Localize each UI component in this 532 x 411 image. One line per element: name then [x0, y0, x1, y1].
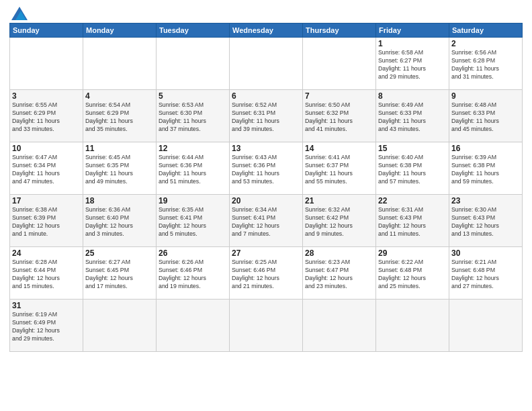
day-info: Sunrise: 6:55 AM Sunset: 6:29 PM Dayligh…: [12, 101, 81, 134]
weekday-header-wednesday: Wednesday: [230, 24, 303, 38]
day-cell: 22Sunrise: 6:31 AM Sunset: 6:43 PM Dayli…: [376, 195, 449, 247]
day-number: 9: [451, 91, 520, 101]
day-cell: 30Sunrise: 6:21 AM Sunset: 6:48 PM Dayli…: [449, 247, 523, 300]
week-row-2: 3Sunrise: 6:55 AM Sunset: 6:29 PM Daylig…: [10, 90, 523, 142]
day-cell: 19Sunrise: 6:35 AM Sunset: 6:41 PM Dayli…: [157, 195, 230, 247]
day-number: 26: [159, 248, 227, 258]
day-info: Sunrise: 6:56 AM Sunset: 6:28 PM Dayligh…: [451, 49, 520, 81]
day-number: 13: [232, 144, 300, 153]
day-number: 1: [378, 39, 447, 48]
day-info: Sunrise: 6:19 AM Sunset: 6:49 PM Dayligh…: [12, 311, 81, 343]
day-cell: 25Sunrise: 6:27 AM Sunset: 6:45 PM Dayli…: [83, 247, 157, 300]
day-number: 4: [85, 91, 154, 101]
day-number: 14: [305, 144, 373, 153]
day-number: 3: [12, 91, 81, 101]
day-info: Sunrise: 6:49 AM Sunset: 6:33 PM Dayligh…: [378, 101, 447, 134]
weekday-header-saturday: Saturday: [449, 24, 523, 38]
day-cell: 14Sunrise: 6:41 AM Sunset: 6:37 PM Dayli…: [303, 142, 376, 195]
day-cell: [303, 300, 376, 352]
day-info: Sunrise: 6:30 AM Sunset: 6:43 PM Dayligh…: [451, 206, 520, 238]
day-cell: 10Sunrise: 6:47 AM Sunset: 6:34 PM Dayli…: [10, 142, 83, 195]
day-number: 12: [159, 144, 227, 153]
day-cell: 28Sunrise: 6:23 AM Sunset: 6:47 PM Dayli…: [303, 247, 376, 300]
day-info: Sunrise: 6:52 AM Sunset: 6:31 PM Dayligh…: [232, 101, 300, 134]
day-info: Sunrise: 6:48 AM Sunset: 6:33 PM Dayligh…: [451, 101, 520, 134]
day-number: 17: [12, 196, 81, 205]
day-cell: 4Sunrise: 6:54 AM Sunset: 6:29 PM Daylig…: [83, 90, 157, 142]
day-number: 20: [232, 196, 300, 205]
logo-area: [9, 7, 28, 20]
day-info: Sunrise: 6:22 AM Sunset: 6:48 PM Dayligh…: [378, 259, 447, 291]
day-number: 27: [232, 248, 300, 258]
day-cell: 31Sunrise: 6:19 AM Sunset: 6:49 PM Dayli…: [10, 300, 83, 352]
day-number: 28: [305, 248, 373, 258]
day-cell: [83, 300, 157, 352]
page: SundayMondayTuesdayWednesdayThursdayFrid…: [0, 0, 532, 411]
day-number: 6: [232, 91, 300, 101]
day-cell: 27Sunrise: 6:25 AM Sunset: 6:46 PM Dayli…: [230, 247, 303, 300]
week-row-4: 17Sunrise: 6:38 AM Sunset: 6:39 PM Dayli…: [10, 195, 523, 247]
day-cell: 18Sunrise: 6:36 AM Sunset: 6:40 PM Dayli…: [83, 195, 157, 247]
day-info: Sunrise: 6:23 AM Sunset: 6:47 PM Dayligh…: [305, 259, 373, 291]
day-number: 5: [159, 91, 227, 101]
day-number: 24: [12, 248, 81, 258]
day-cell: [157, 38, 230, 90]
day-info: Sunrise: 6:43 AM Sunset: 6:36 PM Dayligh…: [232, 154, 300, 186]
logo-icon: [11, 7, 28, 20]
day-cell: 12Sunrise: 6:44 AM Sunset: 6:36 PM Dayli…: [157, 142, 230, 195]
day-cell: 11Sunrise: 6:45 AM Sunset: 6:35 PM Dayli…: [83, 142, 157, 195]
day-cell: [157, 300, 230, 352]
week-row-6: 31Sunrise: 6:19 AM Sunset: 6:49 PM Dayli…: [10, 300, 523, 352]
day-cell: 8Sunrise: 6:49 AM Sunset: 6:33 PM Daylig…: [376, 90, 449, 142]
day-info: Sunrise: 6:34 AM Sunset: 6:41 PM Dayligh…: [232, 206, 300, 238]
day-cell: 17Sunrise: 6:38 AM Sunset: 6:39 PM Dayli…: [10, 195, 83, 247]
day-number: 21: [305, 196, 373, 205]
day-cell: 23Sunrise: 6:30 AM Sunset: 6:43 PM Dayli…: [449, 195, 523, 247]
day-cell: 16Sunrise: 6:39 AM Sunset: 6:38 PM Dayli…: [449, 142, 523, 195]
day-number: 25: [85, 248, 154, 258]
day-number: 7: [305, 91, 373, 101]
day-info: Sunrise: 6:58 AM Sunset: 6:27 PM Dayligh…: [378, 49, 447, 81]
day-cell: [10, 38, 83, 90]
day-info: Sunrise: 6:44 AM Sunset: 6:36 PM Dayligh…: [159, 154, 227, 186]
day-info: Sunrise: 6:26 AM Sunset: 6:46 PM Dayligh…: [159, 259, 227, 291]
calendar-table: SundayMondayTuesdayWednesdayThursdayFrid…: [9, 23, 523, 352]
day-cell: 15Sunrise: 6:40 AM Sunset: 6:38 PM Dayli…: [376, 142, 449, 195]
day-info: Sunrise: 6:54 AM Sunset: 6:29 PM Dayligh…: [85, 101, 154, 134]
day-number: 30: [451, 248, 520, 258]
day-number: 31: [12, 301, 81, 310]
day-info: Sunrise: 6:36 AM Sunset: 6:40 PM Dayligh…: [85, 206, 154, 238]
day-number: 11: [85, 144, 154, 153]
weekday-header-row: SundayMondayTuesdayWednesdayThursdayFrid…: [10, 24, 523, 38]
weekday-header-thursday: Thursday: [303, 24, 376, 38]
day-cell: 3Sunrise: 6:55 AM Sunset: 6:29 PM Daylig…: [10, 90, 83, 142]
day-number: 2: [451, 39, 520, 48]
day-cell: 6Sunrise: 6:52 AM Sunset: 6:31 PM Daylig…: [230, 90, 303, 142]
day-cell: 7Sunrise: 6:50 AM Sunset: 6:32 PM Daylig…: [303, 90, 376, 142]
day-info: Sunrise: 6:39 AM Sunset: 6:38 PM Dayligh…: [451, 154, 520, 186]
day-cell: 9Sunrise: 6:48 AM Sunset: 6:33 PM Daylig…: [449, 90, 523, 142]
day-cell: [83, 38, 157, 90]
weekday-header-friday: Friday: [376, 24, 449, 38]
day-info: Sunrise: 6:21 AM Sunset: 6:48 PM Dayligh…: [451, 259, 520, 291]
header: [9, 7, 523, 20]
day-info: Sunrise: 6:38 AM Sunset: 6:39 PM Dayligh…: [12, 206, 81, 238]
day-info: Sunrise: 6:25 AM Sunset: 6:46 PM Dayligh…: [232, 259, 300, 291]
day-cell: 21Sunrise: 6:32 AM Sunset: 6:42 PM Dayli…: [303, 195, 376, 247]
day-info: Sunrise: 6:53 AM Sunset: 6:30 PM Dayligh…: [159, 101, 227, 134]
day-info: Sunrise: 6:35 AM Sunset: 6:41 PM Dayligh…: [159, 206, 227, 238]
weekday-header-sunday: Sunday: [10, 24, 83, 38]
day-number: 22: [378, 196, 447, 205]
day-info: Sunrise: 6:50 AM Sunset: 6:32 PM Dayligh…: [305, 101, 373, 134]
day-cell: 1Sunrise: 6:58 AM Sunset: 6:27 PM Daylig…: [376, 38, 449, 90]
day-number: 19: [159, 196, 227, 205]
day-info: Sunrise: 6:27 AM Sunset: 6:45 PM Dayligh…: [85, 259, 154, 291]
day-cell: 20Sunrise: 6:34 AM Sunset: 6:41 PM Dayli…: [230, 195, 303, 247]
week-row-3: 10Sunrise: 6:47 AM Sunset: 6:34 PM Dayli…: [10, 142, 523, 195]
day-info: Sunrise: 6:31 AM Sunset: 6:43 PM Dayligh…: [378, 206, 447, 238]
day-number: 15: [378, 144, 447, 153]
day-info: Sunrise: 6:41 AM Sunset: 6:37 PM Dayligh…: [305, 154, 373, 186]
week-row-1: 1Sunrise: 6:58 AM Sunset: 6:27 PM Daylig…: [10, 38, 523, 90]
day-number: 29: [378, 248, 447, 258]
day-cell: 24Sunrise: 6:28 AM Sunset: 6:44 PM Dayli…: [10, 247, 83, 300]
